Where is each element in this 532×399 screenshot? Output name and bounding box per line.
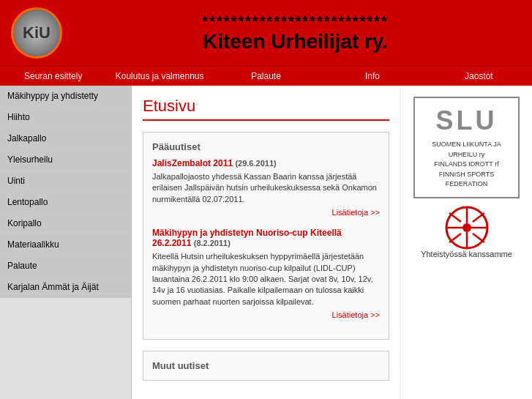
header-name: Kiteen Urheilijat ry. — [70, 30, 521, 53]
logo-text: KiU — [23, 23, 50, 42]
news-item-2-title[interactable]: Mäkihypyn ja yhdistetyn Nuoriso-cup Kite… — [152, 228, 380, 248]
news-item-1-title[interactable]: JalisZembalot 2011 (29.6.2011) — [152, 158, 380, 168]
main-news-heading: Pääuutiset — [152, 141, 380, 152]
news-item-2-text: Kiteellä Hutsin urheilukeskuksen hyppyri… — [152, 251, 380, 307]
header: KiU ************************** Kiteen Ur… — [0, 0, 532, 66]
main-layout: Mäkihyppy ja yhdistetty Hiihto Jalkapall… — [0, 86, 532, 399]
logo-circle: KiU — [11, 7, 62, 59]
slu-box: SLU SUOMEN LIIKUNTA JA URHEILU ry FINLAN… — [413, 97, 520, 198]
read-more-1[interactable]: Lisätietoja >> — [152, 208, 380, 217]
news-item-1: JalisZembalot 2011 (29.6.2011) Jalkapall… — [152, 158, 380, 217]
sidebar-item-jalkapallo[interactable]: Jalkapallo — [0, 128, 131, 149]
content-area: Etusivu Pääuutiset JalisZembalot 2011 (2… — [132, 86, 400, 399]
nav-item-jaostot[interactable]: Jaostot — [426, 67, 532, 86]
svg-line-9 — [449, 234, 461, 242]
nav-item-seuran[interactable]: Seuran esittely — [0, 67, 106, 86]
sidebar-item-makihyppy[interactable]: Mäkihyppy ja yhdistetty — [0, 86, 131, 107]
sidebar-item-karjalan[interactable]: Karjalan Ämmät ja Äijät — [0, 277, 131, 298]
other-news-box: Muut uutiset — [143, 351, 389, 381]
right-column: SLU SUOMEN LIIKUNTA JA URHEILU ry FINLAN… — [400, 86, 532, 399]
main-news-box: Pääuutiset JalisZembalot 2011 (29.6.2011… — [143, 132, 389, 340]
svg-line-7 — [473, 234, 484, 242]
wheel-logo — [445, 206, 489, 250]
news-item-2: Mäkihypyn ja yhdistetyn Nuoriso-cup Kite… — [152, 228, 380, 319]
page-title: Etusivu — [143, 97, 389, 121]
svg-point-1 — [462, 223, 471, 232]
sidebar-item-koripallo[interactable]: Koripallo — [0, 213, 131, 234]
partnership-text: Yhteistyössä kanssamme — [421, 250, 512, 258]
slu-letters: SLU — [422, 105, 511, 136]
header-title-area: ************************** Kiteen Urheil… — [70, 13, 521, 53]
sidebar-item-yleisurheilu[interactable]: Yleisurheilu — [0, 149, 131, 171]
svg-line-8 — [473, 213, 484, 222]
read-more-2[interactable]: Lisätietoja >> — [152, 310, 380, 319]
sidebar: Mäkihyppy ja yhdistetty Hiihto Jalkapall… — [0, 86, 132, 399]
sidebar-item-hiihto[interactable]: Hiihto — [0, 107, 131, 128]
other-news-heading: Muut uutiset — [152, 360, 380, 371]
logo-area: KiU — [11, 7, 70, 59]
header-stars: ************************** — [70, 13, 521, 30]
svg-line-6 — [449, 213, 461, 222]
nav-bar: Seuran esittely Koulutus ja valmennus Pa… — [0, 66, 532, 86]
sidebar-item-materiaalikku[interactable]: Materiaalikku — [0, 234, 131, 256]
nav-item-koulutus[interactable]: Koulutus ja valmennus — [106, 67, 212, 86]
nav-item-info[interactable]: Info — [319, 67, 425, 86]
nav-item-palaute[interactable]: Palaute — [213, 67, 319, 86]
slu-text: SUOMEN LIIKUNTA JA URHEILU ry FINLANDS I… — [422, 140, 511, 190]
sidebar-item-lentopallo[interactable]: Lentopallo — [0, 192, 131, 213]
sidebar-item-palaute[interactable]: Palaute — [0, 256, 131, 277]
news-item-1-text: Jalkapallojaosto yhdessä Kassan Baarin k… — [152, 171, 380, 205]
sidebar-item-uinti[interactable]: Uinti — [0, 171, 131, 192]
